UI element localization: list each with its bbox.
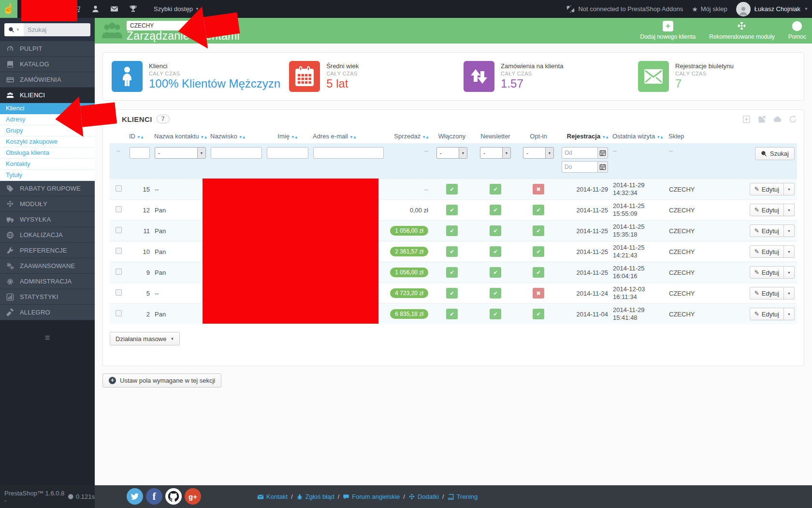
column-header-ostatnia-wizyta[interactable]: Ostatnia wizyta▼▲ — [610, 128, 667, 144]
add-customer-button[interactable]: + Dodaj nowego klienta — [640, 21, 696, 40]
newsletter-toggle[interactable]: ✔ — [490, 246, 501, 257]
menu-collapse-icon[interactable]: ≡ — [0, 333, 95, 343]
twitter-icon[interactable] — [127, 488, 143, 505]
enabled-toggle[interactable]: ✔ — [446, 288, 458, 299]
refresh-icon[interactable] — [789, 115, 797, 123]
row-checkbox[interactable] — [116, 248, 122, 254]
newsletter-toggle[interactable]: ✔ — [490, 309, 501, 319]
edit-button[interactable]: ✎Edytuj — [750, 266, 784, 279]
calendar-button[interactable] — [597, 147, 608, 159]
footer-link-kontakt[interactable]: Kontakt — [257, 493, 288, 500]
newsletter-toggle[interactable]: ✔ — [490, 205, 501, 215]
column-header-rejestracja[interactable]: Rejestracja▼▲ — [559, 128, 610, 144]
facebook-icon[interactable]: f — [146, 488, 162, 505]
recommended-modules-button[interactable]: Rekomendowane moduły — [709, 21, 774, 40]
footer-link-zglos-blad[interactable]: Zgłoś błąd — [296, 493, 334, 500]
sidebar-item-zamowienia[interactable]: ZAMÓWIENIA — [0, 72, 95, 88]
customers-icon[interactable] — [91, 5, 100, 13]
sidebar-item-preferencje[interactable]: PREFERENCJE — [0, 243, 95, 258]
edit-dropdown-button[interactable]: ▼ — [784, 245, 795, 258]
date-to-input[interactable] — [562, 161, 597, 173]
sidebar-subitem-tytuly[interactable]: Tytuły — [0, 170, 95, 181]
column-header-adres-e-mail[interactable]: Adres e-mail▼▲ — [311, 128, 386, 144]
edit-dropdown-button[interactable]: ▼ — [784, 308, 795, 320]
edit-dropdown-button[interactable]: ▼ — [784, 266, 795, 279]
column-header-sprzeda-[interactable]: Sprzedaż▼▲ — [386, 128, 431, 144]
optin-toggle[interactable]: ✖ — [533, 288, 544, 299]
footer-link-forum-angielskie[interactable]: Forum angielskie — [343, 493, 400, 500]
github-icon[interactable] — [165, 488, 182, 505]
export-icon[interactable] — [758, 115, 766, 123]
filter-firstname-input[interactable] — [267, 147, 308, 159]
edit-button[interactable]: ✎Edytuj — [750, 204, 784, 216]
filter-enabled-select[interactable]: -▼ — [436, 147, 467, 159]
sidebar-subitem-koszyki-zakupowe[interactable]: Koszyki zakupowe — [0, 136, 95, 148]
edit-dropdown-button[interactable]: ▼ — [784, 287, 795, 299]
edit-dropdown-button[interactable]: ▼ — [784, 204, 795, 216]
prestashop-logo[interactable]: ☝ — [0, 0, 17, 18]
edit-button[interactable]: ✎Edytuj — [750, 183, 784, 195]
my-shop-link[interactable]: ★ Mój sklep — [692, 5, 727, 13]
newsletter-toggle[interactable]: ✔ — [490, 225, 501, 236]
optin-toggle[interactable]: ✔ — [533, 205, 544, 215]
sidebar-item-rabaty-grupowe[interactable]: RABATY GRUPOWE — [0, 181, 95, 196]
add-icon[interactable] — [742, 115, 751, 123]
optin-toggle[interactable]: ✔ — [533, 267, 544, 278]
edit-button[interactable]: ✎Edytuj — [750, 287, 784, 299]
addons-status[interactable]: Not connected to PrestaShop Addons — [566, 5, 683, 13]
column-header-opt-in[interactable]: Opt-in — [518, 128, 559, 144]
row-checkbox[interactable] — [116, 227, 122, 233]
enabled-toggle[interactable]: ✔ — [446, 309, 458, 319]
enabled-toggle[interactable]: ✔ — [446, 205, 458, 215]
row-checkbox[interactable] — [116, 206, 122, 212]
sidebar-item-allegro[interactable]: ALLEGRO — [0, 305, 95, 320]
sidebar-item-wysylka[interactable]: WYSYŁKA — [0, 212, 95, 227]
help-button[interactable]: Pomoc — [788, 21, 806, 40]
achievements-icon[interactable] — [129, 5, 137, 13]
sidebar-item-pulpit[interactable]: PULPIT — [0, 41, 95, 57]
filter-title-select[interactable]: -▼ — [155, 147, 206, 159]
import-icon[interactable] — [773, 115, 782, 123]
enabled-toggle[interactable]: ✔ — [446, 184, 458, 194]
search-input[interactable] — [24, 23, 90, 36]
filter-optin-select[interactable]: -▼ — [523, 147, 554, 159]
enabled-toggle[interactable]: ✔ — [446, 246, 458, 257]
column-header-sklep[interactable]: Sklep — [667, 128, 698, 144]
sidebar-item-statystyki[interactable]: STATYSTYKI — [0, 289, 95, 305]
optin-toggle[interactable]: ✔ — [533, 309, 544, 319]
edit-dropdown-button[interactable]: ▼ — [784, 224, 795, 237]
optin-toggle[interactable]: ✖ — [533, 184, 544, 194]
enabled-toggle[interactable]: ✔ — [446, 267, 458, 278]
enabled-toggle[interactable]: ✔ — [446, 225, 458, 236]
user-menu[interactable]: Łukasz Chojniak ▼ — [736, 2, 808, 16]
row-checkbox[interactable] — [116, 310, 122, 316]
edit-button[interactable]: ✎Edytuj — [750, 245, 784, 258]
row-checkbox[interactable] — [116, 269, 122, 275]
column-header-imi-[interactable]: Imię▼▲ — [264, 128, 311, 144]
optin-toggle[interactable]: ✔ — [533, 246, 544, 257]
column-header-nazwisko[interactable]: Nazwisko▼▲ — [208, 128, 264, 144]
filter-newsletter-select[interactable]: -▼ — [480, 147, 511, 159]
newsletter-toggle[interactable]: ✔ — [490, 288, 501, 299]
search-scope-button[interactable]: ▼ — [4, 23, 24, 36]
optin-toggle[interactable]: ✔ — [533, 225, 544, 236]
filter-id-input[interactable] — [130, 147, 150, 159]
sidebar-item-administracja[interactable]: ADMINISTRACJA — [0, 274, 95, 289]
column-header-id[interactable]: ID▼▲ — [127, 128, 152, 144]
column-header-newsletter[interactable]: Newsletter — [473, 128, 518, 144]
edit-dropdown-button[interactable]: ▼ — [784, 183, 795, 195]
row-checkbox[interactable] — [116, 185, 122, 192]
filter-search-button[interactable]: Szukaj — [755, 147, 795, 160]
sidebar-item-lokalizacja[interactable]: LOKALIZACJA — [0, 227, 95, 243]
sidebar-item-zaawansowane[interactable]: ZAAWANSOWANE — [0, 258, 95, 274]
sidebar-item-moduly[interactable]: MODUŁY — [0, 196, 95, 212]
column-header-w-czony[interactable]: Włączony — [431, 128, 473, 144]
googleplus-icon[interactable]: g+ — [185, 488, 201, 505]
row-checkbox[interactable] — [116, 289, 122, 296]
sidebar-subitem-kontakty[interactable]: Kontakty — [0, 159, 95, 170]
sidebar-item-katalog[interactable]: KATALOG — [0, 57, 95, 72]
date-from-input[interactable] — [562, 147, 597, 159]
bulk-actions-button[interactable]: Działania masowe▼ — [110, 332, 180, 345]
edit-button[interactable]: ✎Edytuj — [750, 224, 784, 237]
newsletter-toggle[interactable]: ✔ — [490, 267, 501, 278]
